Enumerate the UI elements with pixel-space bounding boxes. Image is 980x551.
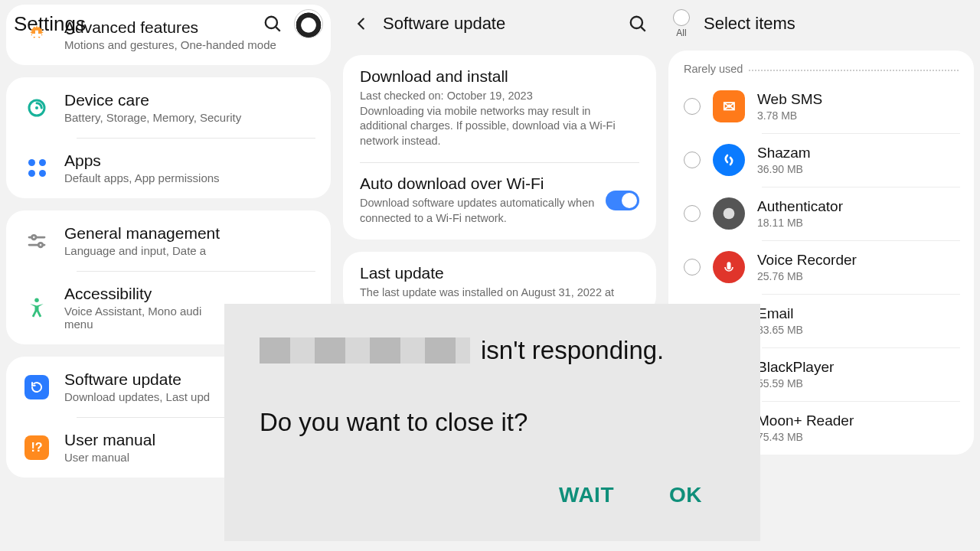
wait-button[interactable]: WAIT	[559, 483, 614, 507]
row-sub: Motions and gestures, One-handed mode	[64, 38, 314, 51]
accessibility-icon	[23, 294, 51, 321]
update-icon	[23, 373, 51, 401]
settings-item-general-management[interactable]: General management Language and input, D…	[6, 210, 331, 271]
app-row[interactable]: Shazam36.90 MB	[671, 133, 971, 187]
app-row[interactable]: Authenticator18.11 MB	[671, 187, 971, 240]
select-checkbox[interactable]	[684, 259, 701, 276]
software-update-header: Software update	[337, 0, 662, 47]
app-size: 75.43 MB	[757, 431, 959, 443]
app-not-responding-dialog: isn't responding. Do you want to close i…	[224, 304, 760, 541]
app-name: Email	[757, 305, 959, 322]
app-icon	[713, 197, 745, 230]
ok-button[interactable]: OK	[669, 483, 702, 507]
settings-item-device-care[interactable]: Device care Battery, Storage, Memory, Se…	[6, 77, 331, 138]
select-checkbox[interactable]	[684, 152, 701, 168]
settings-item-advanced-features[interactable]: Advanced features Motions and gestures, …	[6, 5, 331, 65]
app-name: Moon+ Reader	[757, 412, 959, 429]
svg-point-11	[631, 17, 642, 28]
app-size: 18.11 MB	[757, 217, 959, 229]
app-row[interactable]: ✉Web SMS3.78 MB	[671, 80, 971, 133]
auto-download-toggle[interactable]	[606, 191, 639, 210]
svg-point-5	[35, 106, 38, 109]
app-size: 83.65 MB	[757, 324, 959, 336]
gear-plus-icon	[23, 21, 51, 49]
back-icon[interactable]	[351, 13, 372, 34]
app-row[interactable]: Voice Recorder25.76 MB	[671, 240, 971, 294]
download-install-item[interactable]: Download and install Last checked on: Oc…	[343, 55, 656, 162]
dialog-message-suffix: isn't responding.	[481, 336, 664, 365]
redacted-app-name	[260, 337, 470, 364]
software-update-title: Software update	[383, 14, 616, 34]
select-items-header: All Select items	[662, 0, 980, 47]
select-all-checkbox[interactable]: All	[673, 9, 690, 38]
svg-point-9	[38, 243, 43, 247]
section-rarely-used: Rarely used	[671, 55, 971, 80]
auto-download-item[interactable]: Auto download over Wi-Fi Download softwa…	[343, 162, 656, 240]
svg-point-7	[32, 235, 37, 240]
settings-item-apps[interactable]: Apps Default apps, App permissions	[6, 138, 331, 198]
app-size: 36.90 MB	[757, 163, 959, 175]
app-name: Web SMS	[757, 91, 959, 108]
app-size: 25.76 MB	[757, 270, 959, 282]
svg-point-13	[724, 208, 735, 220]
manual-icon: !?	[23, 434, 51, 461]
select-checkbox[interactable]	[684, 205, 701, 222]
sliders-icon	[23, 227, 51, 255]
app-name: Authenticator	[757, 198, 959, 215]
row-title: Advanced features	[64, 18, 314, 37]
app-icon	[713, 144, 745, 176]
app-name: Voice Recorder	[757, 252, 959, 269]
svg-point-10	[34, 298, 39, 303]
device-care-icon	[23, 94, 51, 122]
select-items-title: Select items	[704, 14, 795, 34]
dialog-question: Do you want to close it?	[260, 408, 725, 437]
app-size: 55.59 MB	[757, 377, 959, 390]
app-icon	[713, 251, 745, 283]
select-checkbox[interactable]	[684, 98, 701, 115]
svg-rect-3	[32, 34, 42, 37]
search-icon[interactable]	[627, 13, 648, 34]
app-size: 3.78 MB	[757, 109, 959, 122]
app-name: Shazam	[757, 145, 959, 161]
app-icon: ✉	[713, 90, 745, 122]
svg-rect-14	[727, 262, 731, 269]
svg-line-12	[641, 27, 645, 31]
app-name: BlackPlayer	[757, 359, 959, 376]
apps-icon	[23, 155, 51, 182]
